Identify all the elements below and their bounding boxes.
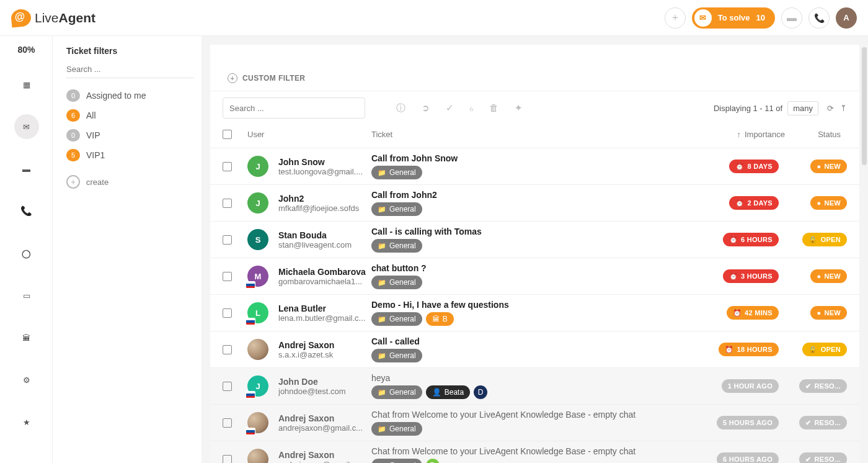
ticket-row[interactable]: LLena Butlerlena.m.butler@gmail.c...Demo… xyxy=(210,295,859,331)
col-status: Status xyxy=(785,130,847,139)
resolve-icon[interactable]: ✓ xyxy=(446,102,454,114)
tag-chip[interactable]: D xyxy=(474,385,487,399)
clock-icon: ⏰ xyxy=(735,163,744,171)
folder-chip[interactable]: 📁General xyxy=(371,385,422,399)
filter-item[interactable]: 6All xyxy=(66,109,194,122)
status-pill: 🔒OPEN xyxy=(802,233,847,246)
status-pill: 🔒OPEN xyxy=(802,343,847,356)
ticket-row[interactable]: JJohn Snowtest.luongova@gmail....Call fr… xyxy=(210,148,859,185)
chat-button[interactable]: ▬ xyxy=(781,7,802,29)
add-button[interactable]: ＋ xyxy=(665,7,686,29)
ticket-row[interactable]: Andrej Saxons.a.x.i@azet.skCall - called… xyxy=(210,331,859,368)
nav-contacts[interactable] xyxy=(14,283,39,308)
nav-tickets[interactable] xyxy=(14,114,39,139)
row-checkbox[interactable] xyxy=(223,162,232,171)
ticket-tags: 📁General xyxy=(371,202,698,216)
folder-chip[interactable]: 📁General xyxy=(371,459,422,463)
ticket-subject: heya xyxy=(371,373,698,383)
clock-icon: ⏰ xyxy=(729,236,738,244)
folder-chip[interactable]: 📁General xyxy=(371,312,422,326)
importance-pill: ⏰42 MINS xyxy=(727,306,779,320)
nav-calls[interactable] xyxy=(14,199,39,223)
ticket-tags: 📁General xyxy=(371,276,698,289)
header-actions: ＋ ✉ To solve 10 ▬ 📞 A xyxy=(665,7,857,29)
avatar-letter: A xyxy=(843,13,849,22)
export-icon[interactable]: ⤒ xyxy=(840,104,847,113)
status-pill: ✔RESO... xyxy=(799,452,847,463)
call-button[interactable]: 📞 xyxy=(808,7,830,29)
status-pill: ●NEW xyxy=(810,160,847,173)
user-avatar: J xyxy=(247,156,268,177)
user-cell: Stan Boudastan@liveagent.com xyxy=(278,230,371,249)
ticket-search-input[interactable] xyxy=(223,97,365,119)
toolbar: ⓘ ➲ ✓ ỽ 🗑 ✦ Displaying 1 - 11 of many ⟳ … xyxy=(210,91,859,125)
status-icon: ● xyxy=(817,199,821,207)
transfer-icon[interactable]: ➲ xyxy=(422,102,430,114)
filter-item[interactable]: 0Assigned to me xyxy=(66,89,194,102)
flag-icon xyxy=(246,318,255,325)
folder-chip[interactable]: 📁General xyxy=(371,276,422,289)
user-name: Andrej Saxon xyxy=(278,450,371,460)
info-icon[interactable]: ⓘ xyxy=(396,102,405,114)
filters-search-input[interactable] xyxy=(66,61,194,78)
toolbar-right: Displaying 1 - 11 of many ⟳ ⤒ xyxy=(714,101,847,115)
delete-icon[interactable]: 🗑 xyxy=(489,102,498,114)
user-avatar[interactable]: A xyxy=(836,7,857,29)
nav-settings[interactable] xyxy=(14,367,39,392)
user-email: stan@liveagent.com xyxy=(278,240,371,249)
row-checkbox[interactable] xyxy=(223,199,232,208)
row-checkbox[interactable] xyxy=(223,308,232,318)
refresh-icon[interactable]: ⟳ xyxy=(827,104,834,113)
user-email: gombarovamichaela1... xyxy=(278,277,371,286)
ticket-subject: Demo - Hi, I have a few questions xyxy=(371,300,698,310)
status-icon: 🔒 xyxy=(808,236,817,244)
filter-item[interactable]: 0VIP xyxy=(66,129,194,142)
nav-progress[interactable] xyxy=(14,241,39,266)
ticket-cell: Chat from Welcome to your LiveAgent Know… xyxy=(371,410,698,436)
row-checkbox[interactable] xyxy=(223,272,232,281)
create-filter-button[interactable]: + create xyxy=(66,175,194,189)
bank-icon xyxy=(22,333,30,343)
scrollbar[interactable] xyxy=(862,47,867,165)
ticket-row[interactable]: JJohn Doejohndoe@test.comheya📁General👤Be… xyxy=(210,368,859,405)
nav-knowledge[interactable] xyxy=(14,325,39,350)
to-solve-button[interactable]: ✉ To solve 10 xyxy=(692,7,775,29)
user-email: johndoe@test.com xyxy=(278,387,371,396)
nav-favorites[interactable] xyxy=(14,410,39,434)
folder-chip[interactable]: 📁General xyxy=(371,349,422,362)
ticket-row[interactable]: Andrej Saxonandrejsaxon@gmail.c...Chat f… xyxy=(210,405,859,441)
tabs-bar: + CUSTOM FILTER xyxy=(210,45,859,91)
row-checkbox[interactable] xyxy=(223,455,232,464)
nav-chats[interactable] xyxy=(14,156,39,181)
filter-item[interactable]: 5VIP1 xyxy=(66,149,194,161)
row-checkbox[interactable] xyxy=(223,235,232,245)
user-avatar: J xyxy=(247,192,268,214)
department-chip[interactable]: 🏛B xyxy=(426,312,454,326)
folder-chip[interactable]: 📁General xyxy=(371,239,422,253)
folder-chip[interactable]: 📁General xyxy=(371,422,422,436)
ticket-row[interactable]: MMichaela Gombarovagombarovamichaela1...… xyxy=(210,258,859,295)
folder-chip[interactable]: 📁General xyxy=(371,202,422,216)
nav-dashboard[interactable] xyxy=(14,72,39,97)
ticket-row[interactable]: JJohn2mfkaflf@jfioejioe.sofdsCall from J… xyxy=(210,185,859,222)
ticket-cell: Call from John2📁General xyxy=(371,190,698,216)
agent-chip[interactable]: 👤Beata xyxy=(426,385,470,399)
tag-chip[interactable]: R xyxy=(426,459,440,463)
row-checkbox[interactable] xyxy=(223,418,232,428)
ticket-row[interactable]: SStan Boudastan@liveagent.comCall - is c… xyxy=(210,222,859,258)
col-importance[interactable]: ↑ Importance xyxy=(686,130,785,139)
user-name: John2 xyxy=(278,194,371,204)
row-checkbox[interactable] xyxy=(223,382,232,391)
custom-filter-button[interactable]: + CUSTOM FILTER xyxy=(228,73,305,83)
row-checkbox[interactable] xyxy=(223,345,232,354)
star-icon xyxy=(23,418,30,427)
logo-mark xyxy=(11,8,32,27)
folder-chip[interactable]: 📁General xyxy=(371,166,422,179)
merge-icon[interactable]: ✦ xyxy=(515,102,523,114)
select-all-checkbox[interactable] xyxy=(223,130,232,139)
ticket-row[interactable]: Andrej Saxonandrejsaxon@gmail.c...Chat f… xyxy=(210,441,859,463)
user-email: lena.m.butler@gmail.c... xyxy=(278,313,371,323)
status-icon: ✔ xyxy=(805,456,811,464)
spam-icon[interactable]: ỽ xyxy=(470,102,473,114)
filter-label: Assigned to me xyxy=(86,91,146,101)
